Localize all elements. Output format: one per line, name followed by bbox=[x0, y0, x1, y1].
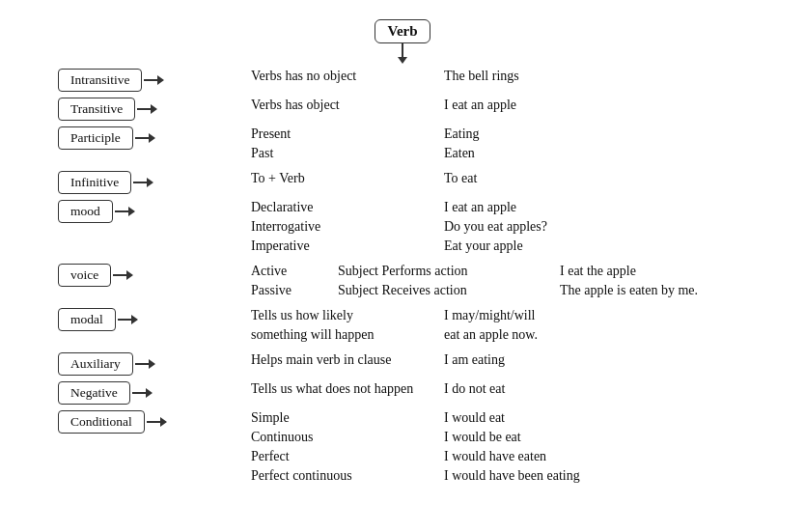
node-conditional: Conditional bbox=[58, 410, 145, 434]
label-cell-intransitive: Intransitive bbox=[58, 67, 251, 92]
col2-text: I would have been eating bbox=[444, 468, 637, 484]
node-participle: Participle bbox=[58, 126, 133, 150]
voice-example: The apple is eaten by me. bbox=[560, 283, 734, 298]
label-cell-infinitive: Infinitive bbox=[58, 169, 251, 194]
arrow-right-icon-infinitive bbox=[133, 178, 153, 187]
label-with-arrow-modal: modal bbox=[58, 308, 138, 331]
node-voice: voice bbox=[58, 264, 111, 287]
content-cell-mood: DeclarativeI eat an appleInterrogativeDo… bbox=[251, 198, 734, 258]
label-with-arrow-infinitive: Infinitive bbox=[58, 171, 153, 194]
node-infinitive: Infinitive bbox=[58, 171, 131, 194]
arrow-right-icon-intransitive bbox=[144, 75, 164, 85]
content-row: Verbs has no objectThe bell rings bbox=[251, 69, 734, 88]
content-cell-transitive: Verbs has objectI eat an apple bbox=[251, 96, 734, 117]
col2-text: I would have eaten bbox=[444, 449, 637, 464]
row-modal: modalTells us how likelyI may/might/will… bbox=[58, 304, 734, 349]
arrow-right-icon-voice bbox=[113, 270, 133, 280]
col1-text: Perfect continuous bbox=[251, 468, 425, 484]
voice-type: Active bbox=[251, 264, 319, 279]
col1-text: Present bbox=[251, 126, 425, 142]
content-cell-conditional: SimpleI would eatContinuousI would be ea… bbox=[251, 408, 734, 488]
col2-text: I would be eat bbox=[444, 430, 637, 445]
voice-example: I eat the apple bbox=[560, 264, 734, 279]
rows-container: IntransitiveVerbs has no objectThe bell … bbox=[58, 65, 734, 490]
verb-node: Verb bbox=[375, 19, 430, 43]
col2-text: I eat an apple bbox=[444, 200, 637, 215]
row-conditional: ConditionalSimpleI would eatContinuousI … bbox=[58, 406, 734, 490]
col1-text: To + Verb bbox=[251, 171, 425, 186]
label-cell-conditional: Conditional bbox=[58, 408, 251, 434]
col2-text: I may/might/will bbox=[444, 308, 637, 323]
row-transitive: TransitiveVerbs has objectI eat an apple bbox=[58, 94, 734, 123]
label-cell-negative: Negative bbox=[58, 379, 251, 405]
arrow-right-icon-transitive bbox=[137, 104, 157, 114]
node-negative: Negative bbox=[58, 381, 130, 405]
label-with-arrow-auxiliary: Auxiliary bbox=[58, 352, 155, 376]
col1-text: Continuous bbox=[251, 430, 425, 445]
node-transitive: Transitive bbox=[58, 98, 135, 121]
voice-type: Passive bbox=[251, 283, 319, 298]
content-cell-auxiliary: Helps main verb in clauseI am eating bbox=[251, 350, 734, 372]
label-cell-voice: voice bbox=[58, 262, 251, 287]
content-cell-voice: ActiveSubject Performs actionI eat the a… bbox=[251, 262, 734, 302]
col1-text: Verbs has object bbox=[251, 98, 425, 113]
content-row: To + VerbTo eat bbox=[251, 171, 734, 190]
content-row: Verbs has objectI eat an apple bbox=[251, 98, 734, 117]
label-with-arrow-voice: voice bbox=[58, 264, 133, 287]
node-modal: modal bbox=[58, 308, 116, 331]
voice-description: Subject Receives action bbox=[338, 283, 541, 298]
col1-text: Past bbox=[251, 146, 425, 161]
col1-text: something will happen bbox=[251, 327, 425, 343]
row-infinitive: InfinitiveTo + VerbTo eat bbox=[58, 167, 734, 196]
arrow-right-icon-negative bbox=[132, 388, 153, 398]
col1-text: Simple bbox=[251, 410, 425, 426]
voice-description: Subject Performs action bbox=[338, 264, 541, 279]
col1-text: Verbs has no object bbox=[251, 69, 425, 84]
content-row: ContinuousI would be eat bbox=[251, 430, 734, 449]
row-mood: moodDeclarativeI eat an appleInterrogati… bbox=[58, 196, 734, 260]
content-row: SimpleI would eat bbox=[251, 410, 734, 430]
col2-text: I do not eat bbox=[444, 381, 637, 397]
content-row: something will happeneat an apple now. bbox=[251, 327, 734, 347]
arrow-right-icon-participle bbox=[135, 133, 155, 143]
row-voice: voiceActiveSubject Performs actionI eat … bbox=[58, 260, 734, 304]
row-participle: ParticiplePresentEatingPastEaten bbox=[58, 123, 734, 167]
content-row: Tells us what does not happenI do not ea… bbox=[251, 381, 734, 401]
col1-text: Interrogative bbox=[251, 219, 425, 235]
content-cell-intransitive: Verbs has no objectThe bell rings bbox=[251, 67, 734, 88]
content-row: PastEaten bbox=[251, 146, 734, 165]
label-with-arrow-negative: Negative bbox=[58, 381, 153, 405]
node-auxiliary: Auxiliary bbox=[58, 352, 133, 376]
top-node-container: Verb bbox=[19, 19, 786, 43]
arrow-right-icon-conditional bbox=[147, 417, 167, 427]
content-cell-infinitive: To + VerbTo eat bbox=[251, 169, 734, 190]
col2-text: I would eat bbox=[444, 410, 637, 426]
label-with-arrow-intransitive: Intransitive bbox=[58, 69, 164, 92]
node-intransitive: Intransitive bbox=[58, 69, 142, 92]
col2-text: To eat bbox=[444, 171, 637, 186]
col1-text: Perfect bbox=[251, 449, 425, 464]
label-cell-participle: Participle bbox=[58, 125, 251, 150]
node-mood: mood bbox=[58, 200, 113, 223]
col2-text: I eat an apple bbox=[444, 98, 637, 113]
content-row: ActiveSubject Performs actionI eat the a… bbox=[251, 264, 734, 283]
row-intransitive: IntransitiveVerbs has no objectThe bell … bbox=[58, 65, 734, 94]
label-cell-transitive: Transitive bbox=[58, 96, 251, 121]
content-cell-negative: Tells us what does not happenI do not ea… bbox=[251, 379, 734, 401]
content-cell-participle: PresentEatingPastEaten bbox=[251, 125, 734, 165]
content-row: Helps main verb in clauseI am eating bbox=[251, 352, 734, 372]
content-row: InterrogativeDo you eat apples? bbox=[251, 219, 734, 238]
col1-text: Tells us what does not happen bbox=[251, 381, 425, 397]
col2-text: Eat your apple bbox=[444, 238, 637, 254]
col2-text: Do you eat apples? bbox=[444, 219, 637, 235]
content-row: PresentEating bbox=[251, 126, 734, 146]
arrow-down-icon bbox=[398, 43, 407, 65]
col1-text: Declarative bbox=[251, 200, 425, 215]
arrow-right-icon-modal bbox=[118, 315, 138, 324]
diagram: Verb IntransitiveVerbs has no objectThe … bbox=[19, 10, 786, 490]
content-row: Perfect continuousI would have been eati… bbox=[251, 468, 734, 488]
row-auxiliary: AuxiliaryHelps main verb in clauseI am e… bbox=[58, 349, 734, 378]
label-cell-mood: mood bbox=[58, 198, 251, 223]
label-cell-modal: modal bbox=[58, 306, 251, 331]
arrow-right-icon-auxiliary bbox=[135, 359, 155, 369]
